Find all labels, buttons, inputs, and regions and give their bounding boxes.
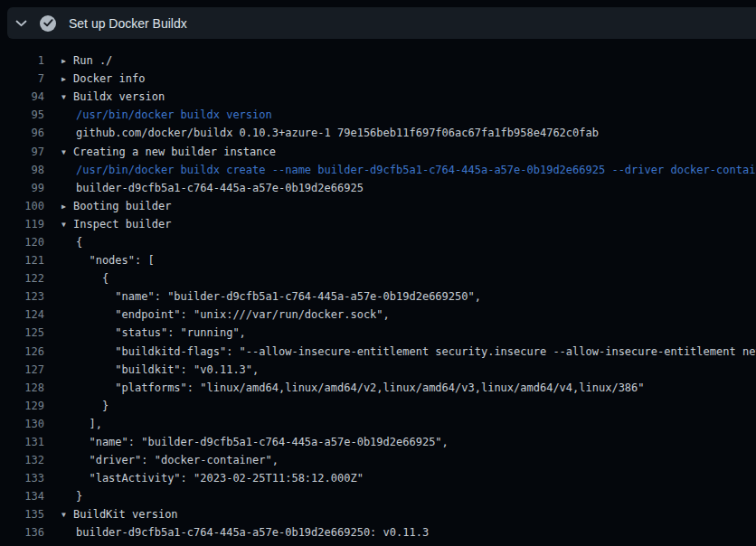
log-row: 124 "endpoint": "unix:///var/run/docker.… — [0, 306, 756, 324]
line-number[interactable]: 94 — [0, 90, 44, 103]
log-row: 97▼Creating a new builder instance — [0, 142, 756, 160]
log-command-text: /usr/bin/docker buildx version — [61, 108, 272, 121]
line-number[interactable]: 97 — [0, 146, 44, 158]
log-output-text: { — [61, 272, 109, 285]
log-row: 125 "status": "running", — [0, 324, 756, 342]
log-row: 94▼Buildx version — [0, 88, 756, 106]
log-output-text: { — [61, 236, 82, 249]
log-row: 131 "name": "builder-d9cfb5a1-c764-445a-… — [0, 433, 756, 451]
log-row: 129 } — [0, 397, 756, 415]
line-number[interactable]: 95 — [0, 108, 44, 121]
line-number[interactable]: 7 — [0, 72, 44, 85]
chevron-expanded-icon[interactable]: ▼ — [61, 221, 73, 229]
line-number[interactable]: 134 — [0, 490, 44, 503]
chevron-down-icon[interactable] — [7, 7, 34, 39]
line-number[interactable]: 121 — [0, 254, 44, 267]
log-row: 128 "platforms": "linux/amd64,linux/amd6… — [0, 379, 756, 397]
log-group-toggle[interactable]: ▶Booting builder — [61, 200, 171, 212]
log-output-text: builder-d9cfb5a1-c764-445a-a57e-0b19d2e6… — [61, 526, 429, 539]
log-group-label: Booting builder — [73, 200, 171, 212]
log-group-toggle[interactable]: ▼Inspect builder — [61, 218, 171, 231]
line-number[interactable]: 96 — [0, 127, 44, 139]
log-row: 120{ — [0, 233, 756, 251]
line-number[interactable]: 120 — [0, 236, 44, 249]
line-number[interactable]: 126 — [0, 345, 44, 358]
log-group-label: Docker info — [73, 72, 145, 85]
line-number[interactable]: 132 — [0, 454, 44, 466]
log-group-label: Buildx version — [73, 90, 165, 103]
line-number[interactable]: 119 — [0, 218, 44, 231]
line-number[interactable]: 129 — [0, 400, 44, 412]
log-group-toggle[interactable]: ▶Docker info — [61, 72, 145, 85]
line-number[interactable]: 130 — [0, 418, 44, 430]
log-row: 122 { — [0, 269, 756, 287]
log-group-toggle[interactable]: ▼BuildKit version — [61, 508, 178, 521]
log-output-text: github.com/docker/buildx 0.10.3+azure-1 … — [61, 127, 599, 139]
log-output-text: "driver": "docker-container", — [61, 454, 279, 466]
chevron-collapsed-icon[interactable]: ▶ — [61, 75, 73, 83]
log-row: 130 ], — [0, 415, 756, 433]
log-row: 96github.com/docker/buildx 0.10.3+azure-… — [0, 124, 756, 142]
log-area: 1▶Run ./7▶Docker info94▼Buildx version95… — [0, 52, 756, 542]
chevron-collapsed-icon[interactable]: ▶ — [61, 202, 73, 211]
log-group-label: Creating a new builder instance — [73, 146, 276, 158]
log-row: 126 "buildkitd-flags": "--allow-insecure… — [0, 343, 756, 361]
chevron-expanded-icon[interactable]: ▼ — [61, 148, 73, 156]
step-header[interactable]: Set up Docker Buildx — [7, 7, 756, 39]
log-output-text: "lastActivity": "2023-02-25T11:58:12.000… — [61, 472, 364, 485]
chevron-expanded-icon[interactable]: ▼ — [61, 511, 73, 519]
chevron-collapsed-icon[interactable]: ▶ — [61, 57, 73, 65]
log-output-text: "buildkit": "v0.11.3", — [61, 363, 259, 376]
log-output-text: builder-d9cfb5a1-c764-445a-a57e-0b19d2e6… — [61, 182, 364, 194]
line-number[interactable]: 98 — [0, 164, 44, 176]
log-group-label: Run ./ — [73, 54, 112, 67]
log-output-text: ], — [61, 418, 102, 430]
line-number[interactable]: 136 — [0, 526, 44, 539]
log-group-toggle[interactable]: ▼Creating a new builder instance — [61, 146, 276, 158]
log-row: 121 "nodes": [ — [0, 251, 756, 269]
log-command-text: /usr/bin/docker buildx create --name bui… — [61, 164, 756, 176]
line-number[interactable]: 123 — [0, 290, 44, 303]
chevron-expanded-icon[interactable]: ▼ — [61, 93, 73, 101]
log-row: 132 "driver": "docker-container", — [0, 451, 756, 469]
log-output-text: "status": "running", — [61, 326, 246, 339]
log-output-text: "nodes": [ — [61, 254, 155, 267]
log-row: 7▶Docker info — [0, 70, 756, 88]
log-row: 134} — [0, 487, 756, 505]
log-group-label: BuildKit version — [73, 508, 178, 521]
line-number[interactable]: 100 — [0, 200, 44, 212]
line-number[interactable]: 133 — [0, 472, 44, 485]
check-circle-icon — [40, 15, 56, 32]
log-row: 123 "name": "builder-d9cfb5a1-c764-445a-… — [0, 287, 756, 306]
log-output-text: "platforms": "linux/amd64,linux/amd64/v2… — [61, 381, 645, 394]
line-number[interactable]: 125 — [0, 326, 44, 339]
line-number[interactable]: 135 — [0, 508, 44, 521]
log-output-text: "buildkitd-flags": "--allow-insecure-ent… — [61, 345, 756, 358]
line-number[interactable]: 128 — [0, 381, 44, 394]
log-row: 98/usr/bin/docker buildx create --name b… — [0, 161, 756, 179]
log-output-text: "name": "builder-d9cfb5a1-c764-445a-a57e… — [61, 436, 449, 448]
log-row: 136builder-d9cfb5a1-c764-445a-a57e-0b19d… — [0, 523, 756, 541]
log-row: 127 "buildkit": "v0.11.3", — [0, 361, 756, 379]
line-number[interactable]: 99 — [0, 182, 44, 194]
line-number[interactable]: 1 — [0, 54, 44, 67]
log-row: 100▶Booting builder — [0, 197, 756, 215]
log-row: 95/usr/bin/docker buildx version — [0, 106, 756, 124]
line-number[interactable]: 122 — [0, 272, 44, 285]
log-group-toggle[interactable]: ▶Run ./ — [61, 54, 112, 67]
log-output-text: } — [61, 490, 82, 503]
log-row: 119▼Inspect builder — [0, 215, 756, 233]
log-row: 135▼BuildKit version — [0, 505, 756, 523]
log-row: 99builder-d9cfb5a1-c764-445a-a57e-0b19d2… — [0, 179, 756, 197]
log-output-text: "endpoint": "unix:///var/run/docker.sock… — [61, 308, 390, 321]
log-output-text: "name": "builder-d9cfb5a1-c764-445a-a57e… — [61, 290, 481, 303]
log-output-text: } — [61, 400, 109, 412]
line-number[interactable]: 124 — [0, 308, 44, 321]
line-number[interactable]: 131 — [0, 436, 44, 448]
line-number[interactable]: 127 — [0, 363, 44, 376]
log-row: 1▶Run ./ — [0, 52, 756, 70]
log-row: 133 "lastActivity": "2023-02-25T11:58:12… — [0, 469, 756, 487]
step-title: Set up Docker Buildx — [69, 16, 187, 31]
log-group-toggle[interactable]: ▼Buildx version — [61, 90, 165, 103]
log-group-label: Inspect builder — [73, 218, 171, 231]
